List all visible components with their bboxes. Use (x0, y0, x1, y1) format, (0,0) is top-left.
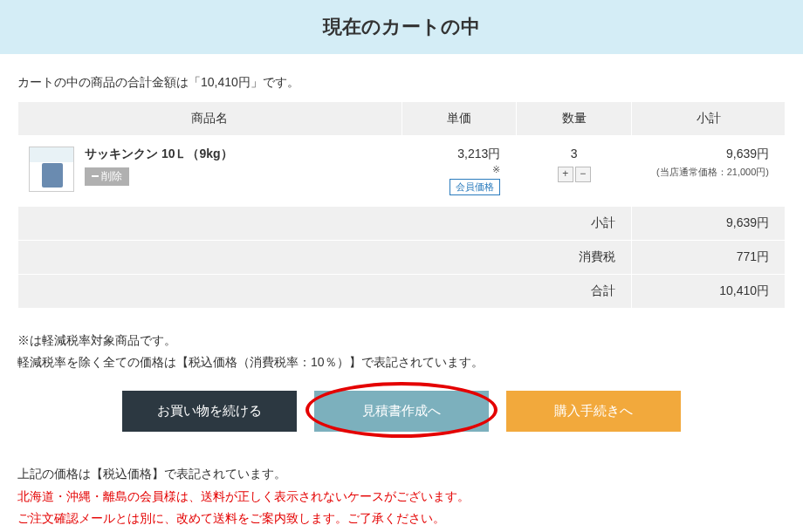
tax-label: 消費税 (18, 241, 632, 275)
summary-tax-row: 消費税 771円 (18, 241, 786, 275)
qty-plus-button[interactable]: + (558, 167, 573, 182)
total-prefix: カートの中の商品の合計金額は「 (17, 75, 201, 89)
create-quote-button[interactable]: 見積書作成へ (314, 391, 489, 432)
note-tax-included: 軽減税率を除く全ての価格は【税込価格（消費税率：10％）】で表記されています。 (17, 351, 786, 373)
button-row: お買い物を続ける 見積書作成へ 購入手続きへ (17, 391, 786, 432)
header-subtotal: 小計 (632, 102, 786, 136)
qty-minus-button[interactable]: − (575, 167, 591, 182)
table-row: サッキンクン 10Ｌ（9kg） 削除 3,213円 ※ 会員価格 3 (18, 136, 786, 207)
total-label: 合計 (18, 275, 632, 309)
header-qty: 数量 (517, 102, 632, 136)
tax-value: 771円 (632, 241, 786, 275)
summary-subtotal-row: 小計 9,639円 (18, 207, 786, 241)
quantity-stepper: + − (558, 167, 591, 182)
unit-price: 3,213円 (457, 147, 500, 160)
subtotal-value: 9,639円 (632, 207, 786, 241)
page-title: 現在のカートの中 (0, 0, 803, 54)
total-amount: 10,410円 (201, 75, 251, 89)
summary-total-row: 合計 10,410円 (18, 275, 786, 309)
quantity-value: 3 (527, 147, 621, 160)
product-thumbnail[interactable] (29, 147, 74, 192)
delete-label: 削除 (101, 169, 122, 184)
header-name: 商品名 (18, 102, 402, 136)
footer-line3: ご注文確認メールとは別に、改めて送料をご案内致します。ご了承ください。 (17, 508, 786, 529)
line-subtotal: 9,639円 (642, 147, 769, 162)
checkout-button[interactable]: 購入手続きへ (506, 391, 681, 432)
total-value: 10,410円 (632, 275, 786, 309)
note-reduced-tax: ※は軽減税率対象商品です。 (17, 330, 786, 351)
footer-line2: 北海道・沖縄・離島の会員様は、送料が正しく表示されないケースがございます。 (17, 486, 786, 508)
header-unit-price: 単価 (402, 102, 517, 136)
member-price-badge: 会員価格 (450, 179, 500, 195)
cart-total-line: カートの中の商品の合計金額は「10,410円」です。 (17, 75, 786, 91)
tax-notes: ※は軽減税率対象商品です。 軽減税率を除く全ての価格は【税込価格（消費税率：10… (17, 330, 786, 373)
total-suffix: 」です。 (251, 75, 299, 89)
subtotal-label: 小計 (18, 207, 632, 241)
minus-icon (92, 175, 99, 177)
cart-table: 商品名 単価 数量 小計 サッキンクン 10Ｌ（9kg） 削除 (17, 101, 786, 309)
quote-label: 見積書作成へ (362, 403, 441, 418)
footer-notes: 上記の価格は【税込価格】で表記されています。 北海道・沖縄・離島の会員様は、送料… (17, 463, 786, 529)
continue-shopping-button[interactable]: お買い物を続ける (122, 391, 297, 432)
original-price: (当店通常価格：21,000円) (642, 166, 769, 179)
footer-line1: 上記の価格は【税込価格】で表記されています。 (17, 463, 786, 485)
product-name[interactable]: サッキンクン 10Ｌ（9kg） (85, 147, 233, 162)
price-mark: ※ (413, 164, 501, 175)
delete-button[interactable]: 削除 (85, 167, 129, 186)
